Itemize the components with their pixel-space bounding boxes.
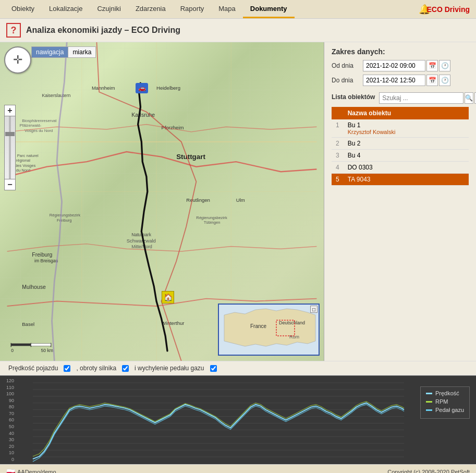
chart-legend-speed: Prędkość xyxy=(426,390,464,396)
object-name: TA 9043 xyxy=(348,176,465,183)
svg-text:Freiburg: Freiburg xyxy=(32,251,52,258)
svg-text:50 km: 50 km xyxy=(41,348,53,353)
svg-text:im Breisgau: im Breisgau xyxy=(34,258,58,263)
zoom-out-button[interactable]: − xyxy=(4,179,16,190)
rpm-legend-label: , obroty silnika xyxy=(76,365,116,372)
map-type-measure[interactable]: miarka xyxy=(68,47,95,57)
nav-zdarzenia[interactable]: Zdarzenia xyxy=(128,1,173,18)
svg-text:Biosphärenreservat: Biosphärenreservat xyxy=(22,118,57,123)
svg-text:Ulm: Ulm xyxy=(236,197,245,203)
zoom-in-button[interactable]: + xyxy=(4,105,16,116)
date-range-section: Zakres danych: Od dnia 📅 🕐 Do dnia 📅 🕐 xyxy=(332,47,469,86)
eco-driving-label: ECO Driving xyxy=(427,5,470,14)
poland-flag-icon: 🇵🇱 xyxy=(6,468,15,474)
svg-text:Mitte/Nord: Mitte/Nord xyxy=(131,244,152,249)
svg-text:des Vosges: des Vosges xyxy=(15,163,36,168)
row-content: TA 9043 xyxy=(344,174,469,186)
nav-czujniki[interactable]: Czujniki xyxy=(90,1,128,18)
mini-map-close-button[interactable]: □ xyxy=(310,306,318,313)
row-content: Bu 1 Krzysztof Kowalski xyxy=(344,119,469,138)
nav-obiekty[interactable]: Obiekty xyxy=(4,1,42,18)
mini-map: France Deutschland Rom □ xyxy=(218,304,320,356)
svg-text:Winterthur: Winterthur xyxy=(162,320,185,326)
svg-text:Régierungsbezirk: Régierungsbezirk xyxy=(50,213,81,217)
speed-color-dot xyxy=(426,393,432,394)
from-date-calendar-button[interactable]: 📅 xyxy=(426,60,438,71)
speed-legend-label: Prędkość pojazdu xyxy=(8,365,58,372)
nav-lokalizacje[interactable]: Lokalizacje xyxy=(42,1,90,18)
throttle-checkbox[interactable] xyxy=(210,365,217,372)
svg-text:Karlsruhe: Karlsruhe xyxy=(131,112,155,118)
footer-copyright: Copyright (c) 2008-2020 PetSoft xyxy=(387,469,470,474)
nav-mapa[interactable]: Mapa xyxy=(211,1,243,18)
from-date-label: Od dnia xyxy=(332,62,363,69)
map-type-controls: nawigacja miarka xyxy=(31,46,96,58)
row-index: 4 xyxy=(332,162,344,174)
svg-text:Freiburg: Freiburg xyxy=(57,218,71,223)
throttle-legend-label: i wychylenie pedału gazu xyxy=(135,365,204,372)
zoom-slider[interactable] xyxy=(4,116,16,179)
table-row[interactable]: 2 Bu 2 xyxy=(332,138,469,150)
compass-arrows: ✛ xyxy=(13,53,22,67)
row-index: 5 xyxy=(332,174,344,186)
right-panel: Zakres danych: Od dnia 📅 🕐 Do dnia 📅 🕐 L… xyxy=(324,42,476,361)
car-marker[interactable]: 🚗 xyxy=(136,83,148,93)
objects-label: Lista obiektów xyxy=(332,93,375,101)
svg-text:Schwarzwald: Schwarzwald xyxy=(127,238,156,244)
svg-rect-37 xyxy=(31,344,51,346)
row-index: 1 xyxy=(332,119,344,138)
throttle-color-dot xyxy=(426,409,432,411)
title-bar: ? Analiza ekonomiki jazdy – ECO Driving xyxy=(0,19,476,42)
from-date-row: Od dnia 📅 🕐 xyxy=(332,60,469,71)
house-marker[interactable]: 🏠 xyxy=(162,291,174,304)
nav-raporty[interactable]: Raporty xyxy=(173,1,212,18)
from-date-input[interactable] xyxy=(363,60,425,71)
svg-text:Deutschland: Deutschland xyxy=(279,320,305,325)
chart-legend-rpm: RPM xyxy=(426,398,464,405)
table-row[interactable]: 1 Bu 1 Krzysztof Kowalski xyxy=(332,119,469,138)
map-container[interactable]: nawigacja miarka ✛ + − Kaiserslautern Ma… xyxy=(0,42,324,361)
top-navigation: Obiekty Lokalizacje Czujniki Zdarzenia R… xyxy=(0,0,476,19)
svg-text:Heidelberg: Heidelberg xyxy=(156,85,180,91)
speed-checkbox[interactable] xyxy=(64,365,70,372)
chart-throttle-label: Pedał gazu xyxy=(435,407,464,413)
svg-text:Régierungsbezirk: Régierungsbezirk xyxy=(196,215,227,220)
to-date-label: Do dnia xyxy=(332,77,363,84)
object-driver: Krzysztof Kowalski xyxy=(348,129,465,135)
to-date-row: Do dnia 📅 🕐 xyxy=(332,75,469,86)
chart-speed-label: Prędkość xyxy=(435,390,459,396)
from-date-time-button[interactable]: 🕐 xyxy=(439,60,450,71)
date-range-title: Zakres danych: xyxy=(332,47,469,56)
footer-user-section: 🇵🇱 AADemo/demo xyxy=(6,468,56,474)
rpm-color-dot xyxy=(426,401,432,403)
to-date-input[interactable] xyxy=(363,75,425,86)
nav-dokumenty[interactable]: Dokumenty xyxy=(243,1,295,18)
search-input[interactable] xyxy=(379,92,463,104)
row-content: DO 0303 xyxy=(344,162,469,174)
page-title: Analiza ekonomiki jazdy – ECO Driving xyxy=(26,26,180,35)
compass[interactable]: ✛ xyxy=(4,46,31,74)
map-type-navigation[interactable]: nawigacja xyxy=(32,47,68,57)
to-date-time-button[interactable]: 🕐 xyxy=(439,75,450,86)
main-content: nawigacja miarka ✛ + − Kaiserslautern Ma… xyxy=(0,42,476,361)
table-row[interactable]: 3 Bu 4 xyxy=(332,150,469,162)
svg-text:Basel: Basel xyxy=(22,321,34,327)
rpm-checkbox[interactable] xyxy=(122,365,129,372)
svg-text:Reutlingen: Reutlingen xyxy=(186,197,210,203)
to-date-calendar-button[interactable]: 📅 xyxy=(426,75,438,86)
help-icon[interactable]: ? xyxy=(6,23,21,38)
search-button[interactable]: 🔍 xyxy=(465,92,473,104)
search-row: Lista obiektów 🔍 ✕ xyxy=(332,92,469,104)
table-row[interactable]: 4 DO 0303 xyxy=(332,162,469,174)
table-row[interactable]: 5 TA 9043 xyxy=(332,174,469,186)
svg-text:régional: régional xyxy=(16,158,30,163)
objects-section: Lista obiektów 🔍 ✕ Nazwa obiektu 1 Bu 1 … xyxy=(332,92,469,186)
row-content: Bu 4 xyxy=(344,150,469,162)
footer-username: AADemo/demo xyxy=(17,469,56,474)
objects-table: Nazwa obiektu 1 Bu 1 Krzysztof Kowalski … xyxy=(332,107,469,186)
svg-text:0: 0 xyxy=(11,348,14,353)
objects-table-name-header: Nazwa obiektu xyxy=(344,107,469,119)
svg-text:Stuttgart: Stuttgart xyxy=(176,153,205,161)
object-name: Bu 1 xyxy=(348,122,465,129)
chart-area: 120 110 100 90 80 70 60 50 40 30 20 10 0 xyxy=(0,375,476,464)
